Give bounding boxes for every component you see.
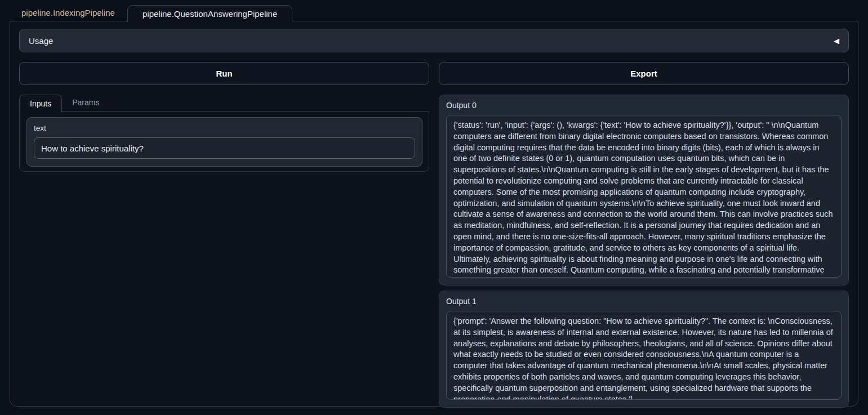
output-0-textarea[interactable]: {'status': 'run', 'input': {'args': (), …: [446, 115, 842, 278]
text-field-label: text: [34, 124, 415, 132]
usage-accordion-label: Usage: [29, 36, 53, 46]
text-input-block: text: [26, 117, 422, 167]
question-answering-tab-panel: Usage ◀ Run Inputs Params text Export Ou…: [10, 21, 858, 407]
tab-inputs[interactable]: Inputs: [19, 95, 62, 112]
output-1-textarea[interactable]: {'prompt': 'Answer the following questio…: [446, 311, 842, 400]
output-0-label: Output 0: [446, 101, 842, 110]
accordion-collapse-icon[interactable]: ◀: [834, 37, 839, 44]
inputs-tab-panel: text: [19, 112, 429, 172]
content-columns: Run Inputs Params text Export Output 0 {…: [19, 62, 849, 413]
output-1-block: Output 1 {'prompt': 'Answer the followin…: [439, 291, 849, 408]
output-0-block: Output 0 {'status': 'run', 'input': {'ar…: [439, 95, 849, 285]
tab-indexing-pipeline[interactable]: pipeline.IndexingPipeline: [9, 5, 127, 21]
text-input[interactable]: [34, 137, 415, 159]
run-button[interactable]: Run: [19, 62, 429, 85]
io-tab-bar: Inputs Params: [19, 95, 429, 112]
usage-accordion[interactable]: Usage ◀: [19, 29, 849, 52]
output-1-label: Output 1: [446, 297, 842, 306]
left-column: Run Inputs Params text: [19, 62, 429, 413]
pipeline-tab-bar: pipeline.IndexingPipeline pipeline.Quest…: [0, 0, 868, 21]
tab-params[interactable]: Params: [62, 94, 109, 111]
right-column: Export Output 0 {'status': 'run', 'input…: [439, 62, 849, 413]
export-button[interactable]: Export: [439, 62, 849, 85]
tab-question-answering-pipeline[interactable]: pipeline.QuestionAnsweringPipeline: [127, 5, 292, 21]
